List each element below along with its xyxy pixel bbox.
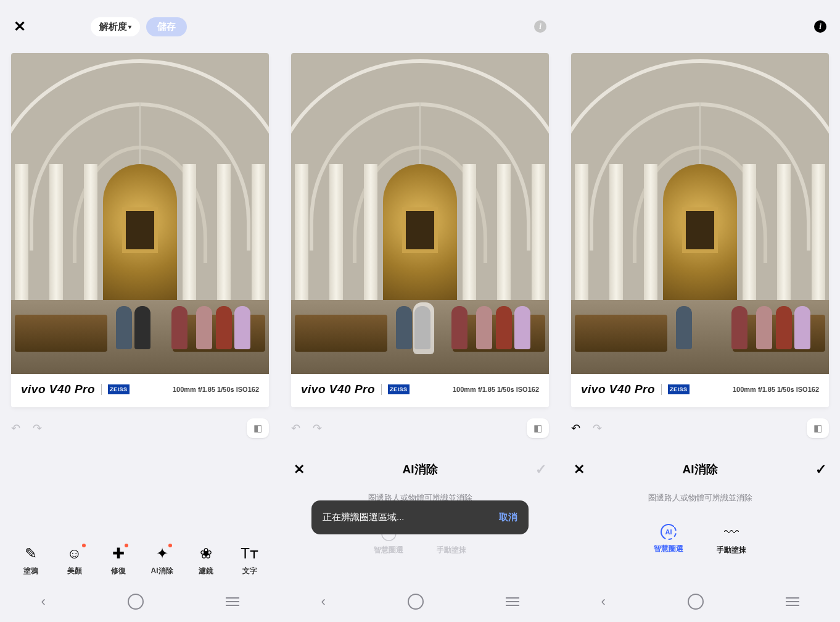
nav-back-icon[interactable]: ‹ <box>601 594 605 610</box>
ai-hint-text: 圈選路人或物體可辨識並消除 <box>560 492 840 504</box>
photo-metadata: 100mm f/1.85 1/50s ISO162 <box>173 386 259 393</box>
tool-doodle[interactable]: ✎ 塗鴉 <box>12 545 49 576</box>
photo-preview[interactable] <box>291 53 549 374</box>
resolution-label: 解析度 <box>99 21 127 33</box>
redo-button[interactable]: ↷ <box>313 421 322 435</box>
watermark-strip: vivo V40 Pro ZEISS 100mm f/1.85 1/50s IS… <box>291 374 549 407</box>
nav-home-icon[interactable] <box>408 594 424 610</box>
watermark-brand: vivo V40 Pro <box>301 383 375 396</box>
photo-preview[interactable] <box>11 53 269 374</box>
confirm-ai-button[interactable]: ✓ <box>535 462 546 478</box>
photo-card: vivo V40 Pro ZEISS 100mm f/1.85 1/50s IS… <box>571 53 829 407</box>
save-button[interactable]: 儲存 <box>146 17 187 36</box>
erase-mode-bar: AI 智慧圈選 〰 手動塗抹 <box>560 524 840 555</box>
watermark-strip: vivo V40 Pro ZEISS 100mm f/1.85 1/50s IS… <box>571 374 829 407</box>
undo-button[interactable]: ↶ <box>291 421 300 435</box>
separator <box>101 384 102 395</box>
compare-button[interactable]: ◧ <box>807 418 829 438</box>
zeiss-badge: ZEISS <box>108 384 130 394</box>
redo-button[interactable]: ↷ <box>33 421 42 435</box>
redo-button[interactable]: ↷ <box>593 421 602 435</box>
undo-redo-row: ↶ ↷ ◧ <box>571 418 829 438</box>
toast-cancel-button[interactable]: 取消 <box>499 512 517 523</box>
text-icon: Tᴛ <box>241 545 258 562</box>
nav-home-icon[interactable] <box>688 594 704 610</box>
ai-erase-title: AI消除 <box>403 462 438 478</box>
processing-toast: 正在辨識圈選區域... 取消 <box>311 500 529 534</box>
smart-select-icon: AI <box>661 524 677 540</box>
nav-back-icon[interactable]: ‹ <box>321 594 325 610</box>
undo-button[interactable]: ↶ <box>571 421 580 435</box>
tool-repair[interactable]: ✚ 修復 <box>100 545 137 576</box>
android-nav-bar: ‹ <box>0 581 280 622</box>
filter-icon: ❀ <box>200 545 212 562</box>
top-bar: i <box>280 0 560 53</box>
tool-text[interactable]: Tᴛ 文字 <box>231 545 268 576</box>
undo-redo-row: ↶ ↷ ◧ <box>11 418 269 438</box>
ai-erase-header: ✕ AI消除 ✓ <box>560 453 840 484</box>
zeiss-badge: ZEISS <box>388 384 410 394</box>
android-nav-bar: ‹ <box>560 581 840 622</box>
info-icon[interactable]: i <box>814 20 826 33</box>
compare-button[interactable]: ◧ <box>247 418 269 438</box>
info-icon[interactable]: i <box>534 20 546 33</box>
close-button[interactable]: ✕ <box>14 18 26 35</box>
nav-home-icon[interactable] <box>128 594 144 610</box>
ai-erase-header: ✕ AI消除 ✓ <box>280 453 560 484</box>
tool-filter[interactable]: ❀ 濾鏡 <box>187 545 224 576</box>
watermark-brand: vivo V40 Pro <box>581 383 655 396</box>
photo-card: vivo V40 Pro ZEISS 100mm f/1.85 1/50s IS… <box>11 53 269 407</box>
compare-button[interactable]: ◧ <box>527 418 549 438</box>
watermark-brand: vivo V40 Pro <box>21 383 95 396</box>
editor-screen-ai-processing: i vivo V40 Pro ZEISS 100mm f/1.85 1/50s … <box>280 0 560 622</box>
confirm-ai-button[interactable]: ✓ <box>815 462 826 478</box>
magic-eraser-icon: ✦ <box>156 545 168 562</box>
nav-back-icon[interactable]: ‹ <box>41 594 45 610</box>
top-bar: ✕ 解析度 ▾ 儲存 <box>0 0 280 53</box>
undo-redo-row: ↶ ↷ ◧ <box>291 418 549 438</box>
mode-smart-select[interactable]: AI 智慧圈選 <box>654 524 683 555</box>
mode-manual-brush[interactable]: 〰 手動塗抹 <box>717 524 746 555</box>
photo-metadata: 100mm f/1.85 1/50s ISO162 <box>733 386 819 393</box>
undo-button[interactable]: ↶ <box>11 421 20 435</box>
pencil-icon: ✎ <box>25 545 37 562</box>
brush-icon: 〰 <box>724 524 739 541</box>
chevron-down-icon: ▾ <box>128 23 131 30</box>
nav-recent-icon[interactable] <box>506 597 519 606</box>
nav-recent-icon[interactable] <box>226 597 239 606</box>
watermark-strip: vivo V40 Pro ZEISS 100mm f/1.85 1/50s IS… <box>11 374 269 407</box>
bandaid-icon: ✚ <box>112 545 125 562</box>
cancel-ai-button[interactable]: ✕ <box>574 462 585 478</box>
face-icon: ☺ <box>67 545 82 562</box>
cancel-ai-button[interactable]: ✕ <box>294 462 305 478</box>
toast-message: 正在辨識圈選區域... <box>323 512 405 523</box>
nav-recent-icon[interactable] <box>786 597 799 606</box>
android-nav-bar: ‹ <box>280 581 560 622</box>
photo-preview[interactable] <box>571 53 829 374</box>
ai-erase-title: AI消除 <box>683 462 718 478</box>
photo-card: vivo V40 Pro ZEISS 100mm f/1.85 1/50s IS… <box>291 53 549 407</box>
tool-beauty[interactable]: ☺ 美顏 <box>56 545 93 576</box>
selection-mask <box>413 302 434 354</box>
top-bar: i <box>560 0 840 53</box>
top-center-controls: 解析度 ▾ 儲存 <box>91 17 187 36</box>
tool-ai-erase[interactable]: ✦ AI消除 <box>144 545 181 576</box>
editor-screen-main: ✕ 解析度 ▾ 儲存 vivo V40 Pro ZEISS <box>0 0 280 622</box>
editor-screen-ai-result: i vivo V40 Pro ZEISS 100mm f/1.85 1/50s … <box>560 0 840 622</box>
photo-metadata: 100mm f/1.85 1/50s ISO162 <box>453 386 539 393</box>
zeiss-badge: ZEISS <box>668 384 690 394</box>
resolution-dropdown[interactable]: 解析度 ▾ <box>91 17 140 36</box>
edit-tools-bar: ✎ 塗鴉 ☺ 美顏 ✚ 修復 ✦ AI消除 ❀ 濾鏡 Tᴛ 文字 <box>0 545 280 576</box>
